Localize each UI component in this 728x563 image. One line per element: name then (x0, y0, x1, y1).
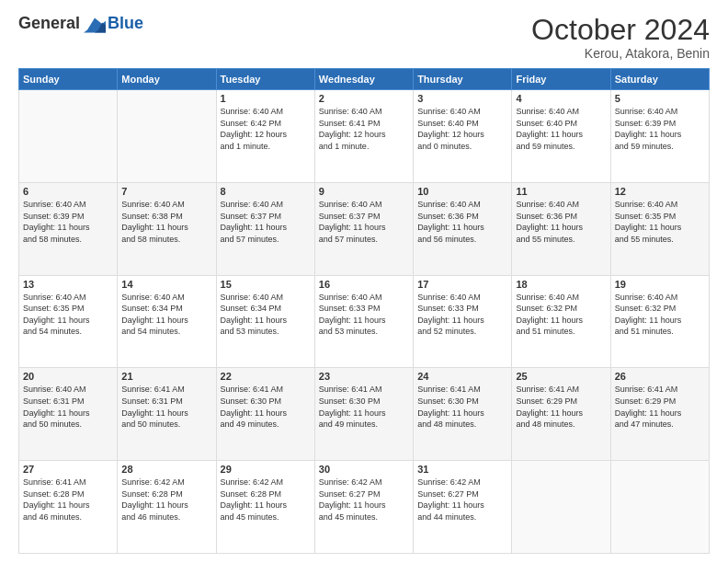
calendar-week-3: 13Sunrise: 6:40 AM Sunset: 6:35 PM Dayli… (19, 275, 710, 368)
calendar-cell: 24Sunrise: 6:41 AM Sunset: 6:30 PM Dayli… (414, 368, 512, 461)
calendar-cell: 9Sunrise: 6:40 AM Sunset: 6:37 PM Daylig… (314, 182, 413, 275)
calendar-cell: 11Sunrise: 6:40 AM Sunset: 6:36 PM Dayli… (512, 182, 610, 275)
calendar-cell: 12Sunrise: 6:40 AM Sunset: 6:35 PM Dayli… (610, 182, 709, 275)
day-info: Sunrise: 6:40 AM Sunset: 6:39 PM Dayligh… (23, 199, 113, 245)
calendar-cell: 31Sunrise: 6:42 AM Sunset: 6:27 PM Dayli… (414, 461, 512, 554)
calendar-cell: 19Sunrise: 6:40 AM Sunset: 6:32 PM Dayli… (610, 275, 709, 368)
logo-icon (84, 15, 106, 33)
calendar-week-5: 27Sunrise: 6:41 AM Sunset: 6:28 PM Dayli… (19, 461, 710, 554)
day-info: Sunrise: 6:40 AM Sunset: 6:36 PM Dayligh… (417, 199, 507, 245)
day-number: 2 (319, 93, 409, 104)
day-number: 4 (516, 93, 606, 104)
weekday-header-wednesday: Wednesday (314, 69, 413, 90)
day-info: Sunrise: 6:40 AM Sunset: 6:32 PM Dayligh… (516, 292, 606, 338)
logo-general: General (18, 14, 80, 33)
calendar-cell (610, 461, 709, 554)
calendar-cell: 14Sunrise: 6:40 AM Sunset: 6:34 PM Dayli… (118, 275, 216, 368)
calendar-cell: 1Sunrise: 6:40 AM Sunset: 6:42 PM Daylig… (216, 90, 314, 183)
weekday-header-saturday: Saturday (610, 69, 709, 90)
calendar-cell: 3Sunrise: 6:40 AM Sunset: 6:40 PM Daylig… (414, 90, 512, 183)
day-info: Sunrise: 6:41 AM Sunset: 6:30 PM Dayligh… (221, 384, 311, 430)
day-info: Sunrise: 6:42 AM Sunset: 6:28 PM Dayligh… (221, 477, 311, 523)
day-info: Sunrise: 6:40 AM Sunset: 6:31 PM Dayligh… (23, 384, 113, 430)
day-number: 6 (23, 186, 113, 197)
day-number: 25 (516, 371, 606, 382)
calendar-cell: 22Sunrise: 6:41 AM Sunset: 6:30 PM Dayli… (216, 368, 314, 461)
calendar-week-1: 1Sunrise: 6:40 AM Sunset: 6:42 PM Daylig… (19, 90, 710, 183)
day-info: Sunrise: 6:42 AM Sunset: 6:27 PM Dayligh… (319, 477, 409, 523)
day-info: Sunrise: 6:40 AM Sunset: 6:35 PM Dayligh… (615, 199, 705, 245)
day-info: Sunrise: 6:40 AM Sunset: 6:36 PM Dayligh… (516, 199, 606, 245)
calendar-cell: 27Sunrise: 6:41 AM Sunset: 6:28 PM Dayli… (19, 461, 118, 554)
day-info: Sunrise: 6:42 AM Sunset: 6:28 PM Dayligh… (121, 477, 211, 523)
weekday-header-thursday: Thursday (414, 69, 512, 90)
day-number: 22 (221, 371, 311, 382)
day-number: 11 (516, 186, 606, 197)
day-info: Sunrise: 6:40 AM Sunset: 6:34 PM Dayligh… (121, 292, 211, 338)
calendar-cell: 20Sunrise: 6:40 AM Sunset: 6:31 PM Dayli… (19, 368, 118, 461)
day-info: Sunrise: 6:40 AM Sunset: 6:42 PM Dayligh… (221, 106, 311, 152)
day-info: Sunrise: 6:41 AM Sunset: 6:28 PM Dayligh… (23, 477, 113, 523)
day-info: Sunrise: 6:40 AM Sunset: 6:35 PM Dayligh… (23, 292, 113, 338)
logo-blue: Blue (108, 14, 143, 33)
day-info: Sunrise: 6:41 AM Sunset: 6:31 PM Dayligh… (121, 384, 211, 430)
day-number: 16 (319, 279, 409, 290)
calendar-cell: 26Sunrise: 6:41 AM Sunset: 6:29 PM Dayli… (610, 368, 709, 461)
calendar-cell: 7Sunrise: 6:40 AM Sunset: 6:38 PM Daylig… (118, 182, 216, 275)
day-number: 14 (121, 279, 211, 290)
day-info: Sunrise: 6:40 AM Sunset: 6:38 PM Dayligh… (121, 199, 211, 245)
day-number: 28 (121, 464, 211, 475)
day-info: Sunrise: 6:42 AM Sunset: 6:27 PM Dayligh… (417, 477, 507, 523)
day-info: Sunrise: 6:40 AM Sunset: 6:37 PM Dayligh… (319, 199, 409, 245)
day-info: Sunrise: 6:40 AM Sunset: 6:33 PM Dayligh… (417, 292, 507, 338)
day-info: Sunrise: 6:40 AM Sunset: 6:39 PM Dayligh… (615, 106, 705, 152)
location-subtitle: Kerou, Atakora, Benin (531, 46, 710, 61)
day-number: 27 (23, 464, 113, 475)
day-number: 23 (319, 371, 409, 382)
calendar-cell (512, 461, 610, 554)
day-number: 15 (221, 279, 311, 290)
day-info: Sunrise: 6:41 AM Sunset: 6:29 PM Dayligh… (615, 384, 705, 430)
day-info: Sunrise: 6:41 AM Sunset: 6:30 PM Dayligh… (319, 384, 409, 430)
calendar-cell (19, 90, 118, 183)
day-number: 18 (516, 279, 606, 290)
calendar-cell: 16Sunrise: 6:40 AM Sunset: 6:33 PM Dayli… (314, 275, 413, 368)
day-number: 30 (319, 464, 409, 475)
day-number: 9 (319, 186, 409, 197)
header: General Blue October 2024 Kerou, Atakora… (18, 14, 710, 61)
calendar-cell: 15Sunrise: 6:40 AM Sunset: 6:34 PM Dayli… (216, 275, 314, 368)
title-section: October 2024 Kerou, Atakora, Benin (531, 14, 710, 61)
calendar-cell: 30Sunrise: 6:42 AM Sunset: 6:27 PM Dayli… (314, 461, 413, 554)
calendar-cell: 25Sunrise: 6:41 AM Sunset: 6:29 PM Dayli… (512, 368, 610, 461)
weekday-header-sunday: Sunday (19, 69, 118, 90)
calendar-cell: 4Sunrise: 6:40 AM Sunset: 6:40 PM Daylig… (512, 90, 610, 183)
day-number: 7 (121, 186, 211, 197)
day-number: 20 (23, 371, 113, 382)
calendar-cell: 5Sunrise: 6:40 AM Sunset: 6:39 PM Daylig… (610, 90, 709, 183)
day-info: Sunrise: 6:40 AM Sunset: 6:34 PM Dayligh… (221, 292, 311, 338)
weekday-header-friday: Friday (512, 69, 610, 90)
day-number: 21 (121, 371, 211, 382)
calendar-cell: 18Sunrise: 6:40 AM Sunset: 6:32 PM Dayli… (512, 275, 610, 368)
day-number: 5 (615, 93, 705, 104)
calendar-cell: 8Sunrise: 6:40 AM Sunset: 6:37 PM Daylig… (216, 182, 314, 275)
calendar-cell: 17Sunrise: 6:40 AM Sunset: 6:33 PM Dayli… (414, 275, 512, 368)
calendar-cell: 10Sunrise: 6:40 AM Sunset: 6:36 PM Dayli… (414, 182, 512, 275)
day-number: 1 (221, 93, 311, 104)
calendar-header-row: SundayMondayTuesdayWednesdayThursdayFrid… (19, 69, 710, 90)
calendar-cell: 6Sunrise: 6:40 AM Sunset: 6:39 PM Daylig… (19, 182, 118, 275)
calendar-cell (118, 90, 216, 183)
calendar-cell: 13Sunrise: 6:40 AM Sunset: 6:35 PM Dayli… (19, 275, 118, 368)
day-number: 8 (221, 186, 311, 197)
day-info: Sunrise: 6:40 AM Sunset: 6:40 PM Dayligh… (516, 106, 606, 152)
month-title: October 2024 (531, 14, 710, 46)
logo: General Blue (18, 14, 143, 33)
day-number: 12 (615, 186, 705, 197)
day-number: 19 (615, 279, 705, 290)
calendar-cell: 21Sunrise: 6:41 AM Sunset: 6:31 PM Dayli… (118, 368, 216, 461)
weekday-header-tuesday: Tuesday (216, 69, 314, 90)
weekday-header-monday: Monday (118, 69, 216, 90)
day-number: 10 (417, 186, 507, 197)
calendar-cell: 2Sunrise: 6:40 AM Sunset: 6:41 PM Daylig… (314, 90, 413, 183)
day-info: Sunrise: 6:40 AM Sunset: 6:33 PM Dayligh… (319, 292, 409, 338)
